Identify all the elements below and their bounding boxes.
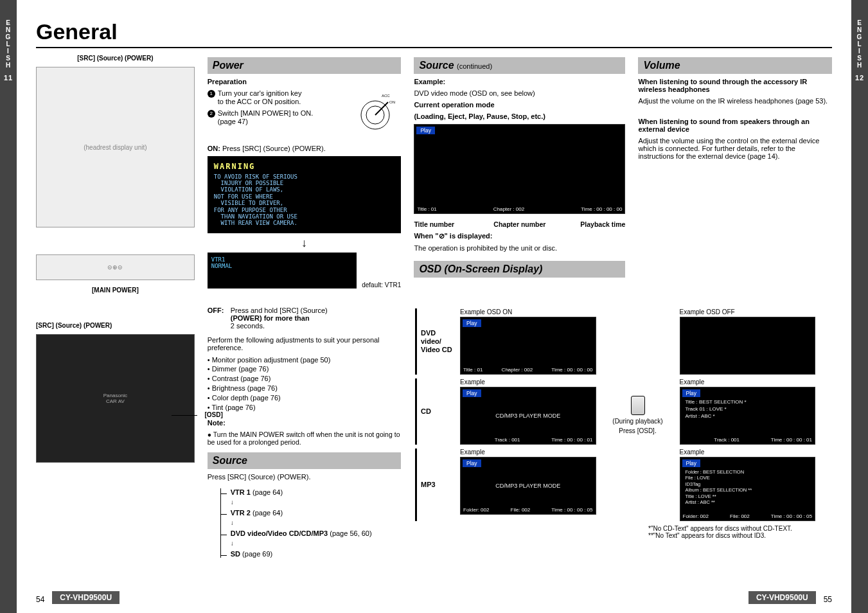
prohibited-icon: ⊘ xyxy=(439,232,445,240)
right-language-tab: E N G L I S H 12 xyxy=(851,0,868,613)
screen-sub-labels: Title number Chapter number Playback tim… xyxy=(414,220,625,228)
column-power-source: Power Preparation 1Turn your car's ignit… xyxy=(208,55,402,562)
bullet-brightness: Brightness (page 76) xyxy=(208,384,402,393)
circled-1-icon: 1 xyxy=(208,90,215,98)
osd-mp3-on-cell: Example Play CD/MP3 PLAYER MODE Folder: … xyxy=(460,449,596,521)
prep-step-1: 1Turn your car's ignition key xyxy=(208,89,345,98)
svg-text:ACC: ACC xyxy=(382,94,390,98)
warning-title: WARNING xyxy=(214,163,395,172)
current-op-heading: Current operation mode xyxy=(414,101,625,109)
bullet-monitor-pos: Monitor position adjustment (page 50) xyxy=(208,355,402,365)
dvd-osd-screen: Play Title : 01 Chapter : 002 Time : 00 … xyxy=(414,124,625,214)
osd-off-example-label: Example OSD OFF xyxy=(680,308,816,315)
left-lang-text: E N G L I S H xyxy=(6,19,12,69)
osd-cd-off-screen: Play Title : BEST SELECTION * Track 01 :… xyxy=(680,387,816,445)
prep-step-1b: to the ACC or ON position. xyxy=(218,98,345,105)
osd-label-mp3: MP3 xyxy=(415,449,454,521)
volume-p1: Adjust the volume on the IR wireless hea… xyxy=(638,97,832,105)
osd-callout-line xyxy=(172,415,197,416)
main-power-label: [MAIN POWER] xyxy=(36,287,195,294)
source-flow: VTR 1 (page 64) ↓ VTR 2 (page 64) ↓ DVD … xyxy=(220,484,402,562)
osd-mp3-on-screen: Play CD/MP3 PLAYER MODE Folder: 002File:… xyxy=(460,457,596,515)
off-instruction: OFF:Press and hold [SRC] (Source) (POWER… xyxy=(208,306,402,330)
current-op-sub: (Loading, Eject, Play, Pause, Stop, etc.… xyxy=(414,112,625,120)
osd-cd-on-cell: Example Play CD/MP3 PLAYER MODE Track : … xyxy=(460,378,596,445)
osd-label-cd: CD xyxy=(415,378,454,445)
note-heading: Note: xyxy=(208,419,402,427)
bullet-dimmer: Dimmer (page 76) xyxy=(208,364,402,374)
osd-middle-instruction: (During playback) Press [OSD]. xyxy=(603,308,673,521)
osd-callout-label: [OSD] xyxy=(204,411,222,418)
remote-placeholder-text: Panasonic CAR AV xyxy=(103,393,127,404)
right-tab-number: 12 xyxy=(855,74,864,82)
screen-play-badge: Play xyxy=(416,127,435,134)
page-footer: 54 CY-VHD9500U CY-VHD9500U 55 xyxy=(17,591,851,604)
power-section-header: Power xyxy=(208,57,402,74)
left-tab-number: 11 xyxy=(4,74,13,82)
remote-mini-icon xyxy=(631,396,645,415)
source-vtr1: VTR 1 (page 64) xyxy=(220,488,402,496)
arrow-down-icon: ↓ xyxy=(231,500,402,505)
footnote-1: *"No CD-Text" appears for discs without … xyxy=(648,525,815,532)
source-vtr2: VTR 2 (page 64) xyxy=(220,509,402,517)
bullet-color-depth: Color depth (page 76) xyxy=(208,393,402,403)
left-language-tab: E N G L I S H 11 xyxy=(0,0,17,613)
osd-footnotes: *"No CD-Text" appears for discs without … xyxy=(648,525,815,539)
osd-cd-off-cell: Example Play Title : BEST SELECTION * Tr… xyxy=(680,378,816,445)
osd-label-dvd: DVD video/ Video CD xyxy=(415,308,454,375)
osd-mp3-off-cell: Example Play Folder : BEST SELECTION Fil… xyxy=(680,449,816,521)
osd-dvd-on-cell: Example OSD ON Play Title : 01Chapter : … xyxy=(460,308,596,375)
source-section-header: Source xyxy=(208,452,402,469)
column-devices: [SRC] (Source) (POWER) (headrest display… xyxy=(36,55,195,562)
remote-control-image: Panasonic CAR AV xyxy=(36,334,195,463)
osd-examples-grid: DVD video/ Video CD Example OSD ON Play … xyxy=(415,308,815,539)
right-lang-text: E N G L I S H xyxy=(857,19,863,69)
when-prohibited-body: The operation is prohibited by the unit … xyxy=(414,244,625,252)
example-line: DVD video mode (OSD on, see below) xyxy=(414,89,625,97)
volume-h1: When listening to sound through the acce… xyxy=(638,78,832,93)
headrest-display-image: (headrest display unit) xyxy=(36,67,195,227)
osd-cd-on-screen: Play CD/MP3 PLAYER MODE Track : 001Time … xyxy=(460,387,596,445)
page-number-left: 54 xyxy=(36,595,44,604)
source-sd: SD (page 69) xyxy=(220,550,402,558)
arrow-down-icon: ↓ xyxy=(231,520,402,526)
arrow-down-icon: ↓ xyxy=(208,237,402,249)
bullet-tint: Tint (page 76) xyxy=(208,403,402,413)
osd-on-example-label: Example OSD ON xyxy=(460,308,596,315)
source-press-line: Press [SRC] (Source) (POWER). xyxy=(208,473,402,481)
model-label-left: CY-VHD9500U xyxy=(52,591,120,604)
prep-step-2b: (page 47) xyxy=(218,118,345,125)
osd-dvd-on-screen: Play Title : 01Chapter : 002Time : 00 : … xyxy=(460,317,596,375)
page-title: General xyxy=(36,19,832,48)
screen-title: Title : 01 xyxy=(417,206,436,212)
screen-chapter: Chapter : 002 xyxy=(493,206,524,212)
footnote-2: **"No Text" appears for discs without ID… xyxy=(648,532,815,539)
device-placeholder-text: (headrest display unit) xyxy=(84,144,146,151)
when-prohibited-heading: When "⊘" is displayed: xyxy=(414,232,625,240)
volume-h2: When listening to sound from speakers th… xyxy=(638,118,832,133)
source-cont-header: Source (continued) xyxy=(414,57,625,74)
bullet-contrast: Contrast (page 76) xyxy=(208,374,402,384)
src-power-label-1: [SRC] (Source) (POWER) xyxy=(36,55,195,62)
model-label-right: CY-VHD9500U xyxy=(748,591,816,604)
default-vtr-label: default: VTR1 xyxy=(362,281,401,289)
warning-body: TO AVOID RISK OF SERIOUS INJURY OR POSSI… xyxy=(214,173,297,226)
note-body: ● Turn the MAIN POWER switch off when th… xyxy=(208,431,402,446)
example-heading: Example: xyxy=(414,78,625,85)
vtr-screen-image: VTR1 NORMAL xyxy=(208,253,357,289)
svg-text:ON: ON xyxy=(389,100,395,104)
osd-dvd-off-cell: Example OSD OFF xyxy=(680,308,816,375)
prep-step-2: 2Switch [MAIN POWER] to ON. xyxy=(208,109,345,118)
main-power-switch-image: ⊝⊕⊝ xyxy=(36,254,195,280)
volume-p2: Adjust the volume using the control on t… xyxy=(638,137,832,160)
src-power-label-2: [SRC] (Source) (POWER) xyxy=(36,322,195,329)
osd-dvd-off-screen xyxy=(680,317,816,375)
during-playback-label: (During playback) xyxy=(612,418,662,425)
volume-section-header: Volume xyxy=(638,57,832,74)
ignition-key-icon: ACC ON xyxy=(350,89,401,134)
page-content: General [SRC] (Source) (POWER) (headrest… xyxy=(17,0,851,613)
remote-control-wrap: Panasonic CAR AV [OSD] xyxy=(36,334,195,463)
on-instruction: ON: Press [SRC] (Source) (POWER). xyxy=(208,145,402,152)
press-osd-label: Press [OSD]. xyxy=(619,427,656,434)
warning-screen-image: WARNING TO AVOID RISK OF SERIOUS INJURY … xyxy=(208,156,402,233)
